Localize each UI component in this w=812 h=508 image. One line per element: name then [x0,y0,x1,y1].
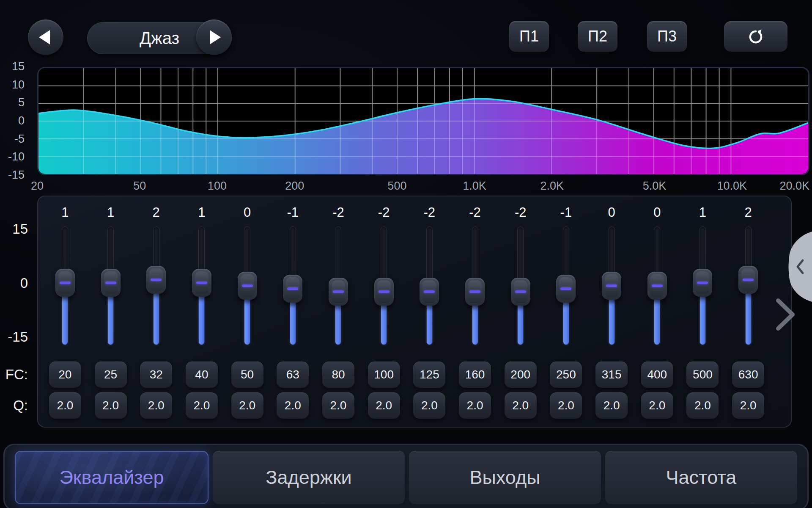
slider-handle[interactable] [283,275,302,303]
slider-handle[interactable] [693,269,712,297]
band-fc-chip[interactable]: 100 [368,362,400,388]
slider-handle[interactable] [420,278,439,306]
eq-band-column: -2 125 2.0 [407,196,453,427]
band-gain-slider[interactable] [634,226,680,345]
band-gain-slider[interactable] [315,226,361,345]
slider-handle[interactable] [647,272,667,300]
band-q-chip[interactable]: 2.0 [368,392,400,419]
tab-outputs[interactable]: Выходы [409,451,601,504]
memory-preset-3-button[interactable]: П3 [647,21,687,52]
band-q-chip[interactable]: 2.0 [322,392,354,419]
slider-handle[interactable] [738,266,758,294]
graph-y-tick-label: -15 [0,168,25,182]
band-gain-slider[interactable] [225,226,270,345]
graph-x-axis: 20501002005001.0K2.0K5.0K10.0K20.0K [37,179,809,195]
band-gain-slider[interactable] [179,226,225,345]
band-q-chip[interactable]: 2.0 [231,392,263,419]
band-q-chip[interactable]: 2.0 [95,392,127,419]
side-drawer-handle[interactable] [786,231,812,303]
preset-next-button[interactable] [196,19,232,55]
eq-band-column: -2 80 2.0 [315,196,361,427]
tab-equalizer-label: Эквалайзер [59,467,164,489]
preset-prev-button[interactable] [28,19,63,55]
band-gain-slider[interactable] [407,226,453,345]
graph-y-tick-label: 15 [0,60,25,73]
band-gain-value: -2 [315,205,361,220]
band-fc-chip[interactable]: 80 [322,362,354,388]
band-gain-slider[interactable] [88,226,134,345]
band-gain-slider[interactable] [42,226,88,345]
band-q-chip[interactable]: 2.0 [413,392,445,419]
slider-handle[interactable] [101,269,121,297]
triangle-right-icon [210,30,221,44]
band-q-chip[interactable]: 2.0 [140,392,172,419]
band-q-chip[interactable]: 2.0 [277,392,309,419]
band-gain-slider[interactable] [133,226,179,345]
triangle-left-icon [39,30,50,44]
band-gain-slider[interactable] [361,226,407,345]
band-fc-chip[interactable]: 125 [413,362,445,388]
band-fc-chip[interactable]: 630 [732,362,764,388]
band-fc-chip[interactable]: 160 [459,362,491,388]
reset-eq-button[interactable] [724,21,787,52]
eq-band-column: -1 63 2.0 [270,196,315,427]
slider-handle[interactable] [465,278,485,306]
band-gain-slider[interactable] [589,226,634,345]
tab-delays[interactable]: Задержки [213,451,405,504]
band-gain-slider[interactable] [725,226,771,345]
band-fc-chip[interactable]: 25 [95,362,127,388]
band-fc-chip[interactable]: 250 [550,362,582,388]
band-gain-slider[interactable] [680,226,726,345]
band-q-chip[interactable]: 2.0 [459,392,491,419]
tab-equalizer[interactable]: Эквалайзер [15,451,208,504]
band-q-chip[interactable]: 2.0 [186,392,218,419]
memory-preset-1-button[interactable]: П1 [509,21,549,52]
band-fc-chip[interactable]: 315 [595,362,628,388]
band-fc-chip[interactable]: 40 [186,362,218,388]
band-fc-chip[interactable]: 20 [49,362,81,388]
band-q-chip[interactable]: 2.0 [550,392,582,419]
band-fc-chip[interactable]: 32 [140,362,172,388]
band-q-chip[interactable]: 2.0 [641,392,673,419]
slider-handle[interactable] [55,269,75,297]
band-gain-slider[interactable] [543,226,589,345]
slider-handle[interactable] [238,272,257,300]
slider-scale-max-label: 15 [0,221,28,237]
band-gain-value: 1 [42,205,88,220]
band-q-chip[interactable]: 2.0 [505,392,537,419]
fc-row-label: FC: [0,367,28,383]
band-fc-chip[interactable]: 200 [505,362,537,388]
slider-handle-dash [560,287,571,290]
slider-scale-min-label: -15 [0,329,28,345]
band-fc-chip[interactable]: 50 [231,362,263,388]
graph-x-tick-label: 500 [387,179,406,193]
band-gain-slider[interactable] [270,226,315,345]
eq-band-column: 0 315 2.0 [589,196,634,427]
band-q-chip[interactable]: 2.0 [595,392,628,419]
bottom-tab-bar: Эквалайзер Задержки Выходы Частота [3,444,809,508]
band-q-chip[interactable]: 2.0 [732,392,764,419]
memory-2-label: П2 [588,28,607,45]
band-fc-chip[interactable]: 400 [641,362,673,388]
slider-handle[interactable] [329,278,348,306]
band-fc-chip[interactable]: 63 [277,362,309,388]
band-q-chip[interactable]: 2.0 [686,392,719,419]
slider-handle[interactable] [556,275,576,303]
slider-handle[interactable] [602,272,621,300]
slider-handle[interactable] [146,266,166,294]
band-gain-slider[interactable] [452,226,498,345]
tab-frequency[interactable]: Частота [605,451,797,504]
band-fc-chip[interactable]: 500 [686,362,719,388]
slider-handle[interactable] [511,278,530,306]
next-bands-page-button[interactable] [771,295,800,334]
graph-x-tick-label: 100 [208,179,227,193]
band-q-chip[interactable]: 2.0 [49,392,81,419]
slider-handle-dash [242,284,253,287]
slider-handle[interactable] [192,269,211,297]
band-gain-value: 1 [88,205,134,220]
slider-handle[interactable] [374,278,394,306]
band-gain-slider[interactable] [498,226,543,345]
eq-band-column: -2 160 2.0 [452,196,498,427]
eq-band-column: 1 40 2.0 [179,196,225,427]
memory-preset-2-button[interactable]: П2 [578,21,617,52]
